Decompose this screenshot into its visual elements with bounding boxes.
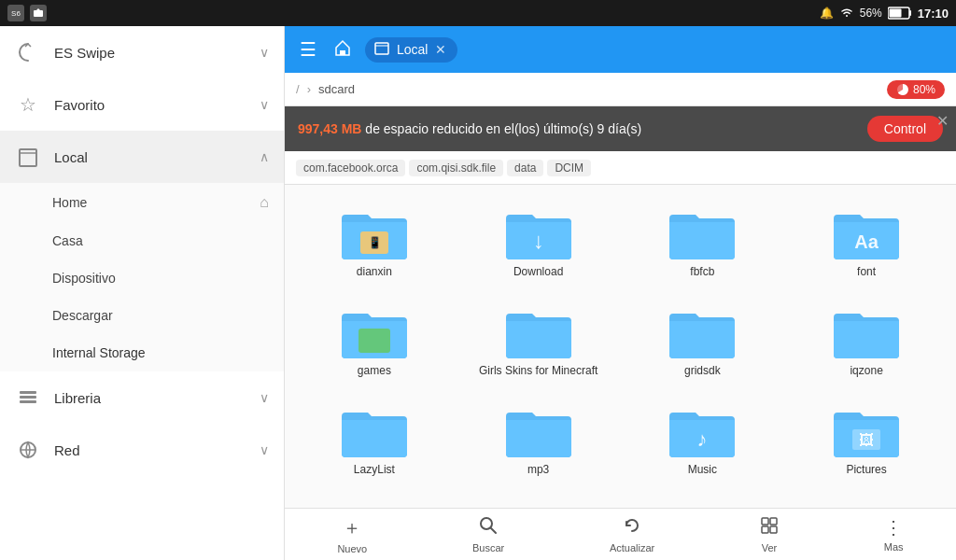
ver-button[interactable]: Ver xyxy=(749,512,790,557)
sidebar-sub-item-dispositivo[interactable]: Dispositivo xyxy=(0,259,284,297)
local-tab[interactable]: Local ✕ xyxy=(365,37,457,63)
sidebar-sub-item-casa[interactable]: Casa xyxy=(0,222,284,259)
file-name-mp3: mp3 xyxy=(527,463,549,476)
internal-storage-label: Internal Storage xyxy=(52,345,269,360)
file-item-pictures[interactable]: 🖼 Pictures xyxy=(788,394,945,485)
close-banner-button[interactable]: ✕ xyxy=(936,112,949,130)
file-name-gridsdk: gridsdk xyxy=(684,364,721,377)
file-item-iqzone[interactable]: iqzone xyxy=(788,295,945,386)
actualizar-button[interactable]: Actualizar xyxy=(598,512,666,557)
casa-label: Casa xyxy=(52,233,269,248)
app-icon-2 xyxy=(30,5,47,21)
folder-icon-lazylist xyxy=(342,403,407,457)
file-name-iqzone: iqzone xyxy=(850,364,882,377)
nuevo-label: Nuevo xyxy=(337,543,367,554)
top-folder-4[interactable]: DCIM xyxy=(547,160,591,176)
ver-label: Ver xyxy=(762,542,778,553)
sidebar-sub-item-descargar[interactable]: Descargar xyxy=(0,297,284,334)
local-label: Local xyxy=(54,149,260,165)
svg-marker-1 xyxy=(36,8,40,10)
sidebar-item-es-swipe[interactable]: ES Swipe ∨ xyxy=(0,26,284,78)
bottom-toolbar: ＋ Nuevo Buscar Actualizar xyxy=(285,508,956,560)
svg-rect-13 xyxy=(375,43,388,54)
wifi-icon xyxy=(839,7,854,21)
nuevo-button[interactable]: ＋ Nuevo xyxy=(326,511,378,558)
es-swipe-chevron: ∨ xyxy=(260,45,269,60)
top-folder-2[interactable]: com.qisi.sdk.file xyxy=(409,160,503,176)
notification-main: de espacio reducido en el(los) último(s)… xyxy=(361,121,641,136)
svg-rect-7 xyxy=(20,391,36,394)
file-item-lazylist[interactable]: LazyList xyxy=(296,394,453,485)
es-swipe-label: ES Swipe xyxy=(54,45,260,61)
descargar-label: Descargar xyxy=(52,308,269,323)
hamburger-button[interactable]: ☰ xyxy=(296,35,320,64)
svg-rect-26 xyxy=(762,518,768,525)
folder-icon-games xyxy=(342,304,407,358)
status-bar-left: S6 xyxy=(7,5,47,21)
sidebar-item-favorito[interactable]: ☆ Favorito ∨ xyxy=(0,78,284,131)
svg-text:🖼: 🖼 xyxy=(859,432,874,448)
file-name-dianxin: dianxin xyxy=(357,265,392,278)
sidebar-item-local[interactable]: Local ∧ xyxy=(0,131,284,183)
pie-icon xyxy=(896,83,909,96)
file-item-mp3[interactable]: mp3 xyxy=(460,394,617,485)
alarm-icon: 🔔 xyxy=(820,7,834,20)
mas-button[interactable]: ⋮ Mas xyxy=(873,512,915,556)
folder-icon-fbfcb xyxy=(669,205,735,259)
local-chevron: ∧ xyxy=(260,149,269,164)
red-chevron: ∨ xyxy=(260,442,269,457)
svg-text:♪: ♪ xyxy=(697,427,708,451)
control-button[interactable]: Control xyxy=(867,116,943,142)
buscar-button[interactable]: Buscar xyxy=(461,512,515,557)
sidebar-item-red[interactable]: Red ∨ xyxy=(0,424,284,476)
mas-label: Mas xyxy=(884,541,904,553)
top-folder-3[interactable]: data xyxy=(507,160,543,176)
sidebar-item-libreria[interactable]: Libreria ∨ xyxy=(0,371,284,424)
notification-banner: 997,43 MB de espacio reducido en el(los)… xyxy=(285,106,956,151)
actualizar-icon xyxy=(623,516,641,539)
clock: 17:10 xyxy=(918,7,949,21)
file-item-dianxin[interactable]: 📱 dianxin xyxy=(296,196,453,287)
home-icon: ⌂ xyxy=(260,194,269,211)
file-name-music: Music xyxy=(688,463,717,476)
breadcrumb-root-sep: / xyxy=(296,82,300,96)
battery-icon xyxy=(888,7,912,20)
file-name-fbfcb: fbfcb xyxy=(690,265,714,278)
content-area: ☰ Local ✕ / › sdcard 80% xyxy=(285,26,956,560)
sidebar-sub-item-home[interactable]: Home ⌂ xyxy=(0,183,284,222)
svg-rect-4 xyxy=(889,9,901,18)
breadcrumb-bar: / › sdcard 80% xyxy=(285,73,956,106)
notification-highlight: 997,43 MB xyxy=(298,121,361,136)
ver-icon xyxy=(760,516,779,539)
file-name-pictures: Pictures xyxy=(846,463,886,476)
local-sub-items: Home ⌂ Casa Dispositivo Descargar Intern… xyxy=(0,183,284,371)
top-folder-1[interactable]: com.facebook.orca xyxy=(296,160,405,176)
file-name-download: Download xyxy=(513,265,563,278)
tab-close-button[interactable]: ✕ xyxy=(435,42,446,57)
app-icon-1: S6 xyxy=(7,5,24,21)
svg-rect-28 xyxy=(762,526,768,533)
breadcrumb-path: sdcard xyxy=(318,82,355,96)
svg-rect-12 xyxy=(340,50,345,55)
file-item-games[interactable]: games xyxy=(296,295,453,386)
folder-icon-font: Aa xyxy=(834,205,899,259)
tab-icon xyxy=(374,41,389,59)
sidebar-sub-item-internal-storage[interactable]: Internal Storage xyxy=(0,334,284,371)
folder-icon-girls-skins xyxy=(506,304,571,358)
svg-line-25 xyxy=(491,528,496,533)
file-item-gridsdk[interactable]: gridsdk xyxy=(625,295,781,386)
top-bar: ☰ Local ✕ xyxy=(285,26,956,73)
notification-text: 997,43 MB de espacio reducido en el(los)… xyxy=(298,121,641,136)
file-item-font[interactable]: Aa font xyxy=(788,196,945,287)
svg-rect-8 xyxy=(20,396,36,399)
file-item-music[interactable]: ♪ Music xyxy=(625,394,781,485)
local-icon xyxy=(15,144,41,170)
file-item-download[interactable]: ↓ Download xyxy=(460,196,617,287)
file-item-fbfcb[interactable]: fbfcb xyxy=(625,196,781,287)
file-item-girls-skins[interactable]: Girls Skins for Minecraft xyxy=(460,295,617,386)
es-swipe-icon xyxy=(15,39,41,65)
file-name-games: games xyxy=(358,364,391,377)
buscar-icon xyxy=(479,516,498,539)
storage-badge: 80% xyxy=(887,80,945,99)
home-nav-button[interactable] xyxy=(330,35,356,65)
